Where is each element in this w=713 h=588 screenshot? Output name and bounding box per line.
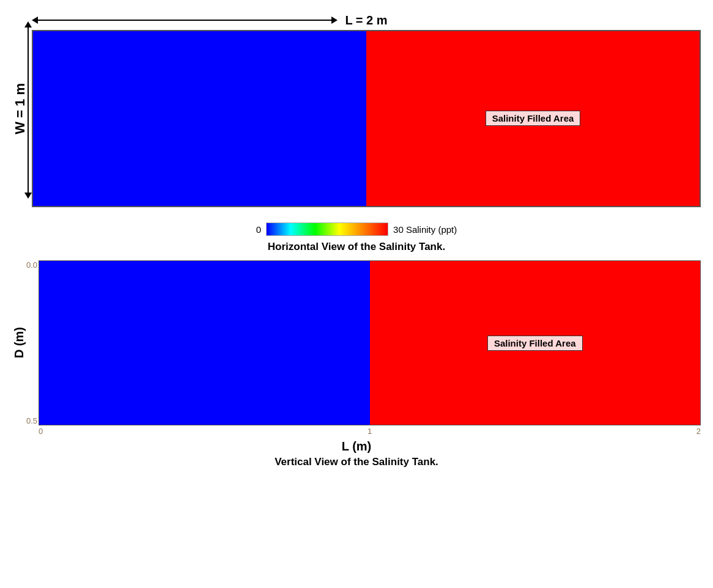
- bottom-chart-area: Salinity Filled Area 0 1 2: [39, 260, 701, 437]
- arrow-up-icon: [24, 21, 32, 28]
- top-tank: Salinity Filled Area: [32, 30, 701, 207]
- l-top-label: L = 2 m: [338, 13, 394, 28]
- top-diagram-wrapper: W = 1 m L = 2 m: [12, 6, 701, 214]
- bottom-y-axis: D (m) 0.0 0.5: [12, 260, 39, 425]
- colorbar-gradient: [266, 222, 388, 236]
- d-label: D (m): [12, 327, 26, 358]
- top-diagram-title: Horizontal View of the Salinity Tank.: [268, 241, 445, 253]
- x-tick-0: 0: [39, 427, 43, 436]
- top-red-half: Salinity Filled Area: [366, 31, 700, 206]
- top-section: W = 1 m L = 2 m: [12, 6, 701, 258]
- x-axis-label: L (m): [342, 439, 372, 454]
- colorbar-row: 0 30 Salinity (ppt): [256, 222, 457, 236]
- y-ticks: 0.0 0.5: [26, 260, 37, 425]
- bottom-section: D (m) 0.0 0.5 Salinity Filled Area 0 1 2: [12, 260, 701, 468]
- top-chart-container: L = 2 m Salinity Filled Area: [32, 13, 701, 207]
- colorbar-min: 0: [256, 224, 261, 235]
- w-axis-area: W = 1 m: [12, 6, 28, 214]
- arrow-left-icon: [32, 17, 38, 24]
- colorbar-max-label: 30 Salinity (ppt): [393, 224, 457, 235]
- w-label: W = 1 m: [12, 83, 28, 134]
- bottom-red-half: Salinity Filled Area: [370, 261, 700, 425]
- bottom-blue-half: [39, 261, 369, 425]
- l-horizontal-arrow: [32, 14, 338, 26]
- bottom-diagram-wrapper: D (m) 0.0 0.5 Salinity Filled Area 0 1 2: [12, 260, 701, 437]
- y-tick-1: 0.5: [26, 416, 37, 425]
- l-arrow-row: L = 2 m: [32, 13, 701, 28]
- arrow-right-icon: [331, 17, 338, 24]
- bottom-diagram-title: Vertical View of the Salinity Tank.: [275, 456, 438, 468]
- arrow-down-icon: [24, 193, 32, 199]
- bottom-salinity-label: Salinity Filled Area: [487, 336, 583, 351]
- y-tick-0: 0.0: [26, 260, 37, 270]
- x-tick-1: 1: [368, 427, 372, 436]
- top-salinity-label: Salinity Filled Area: [486, 111, 581, 126]
- top-blue-half: [33, 31, 366, 206]
- bottom-tank: Salinity Filled Area: [39, 260, 701, 425]
- x-ticks-row: 0 1 2: [39, 425, 701, 437]
- x-tick-2: 2: [696, 427, 701, 436]
